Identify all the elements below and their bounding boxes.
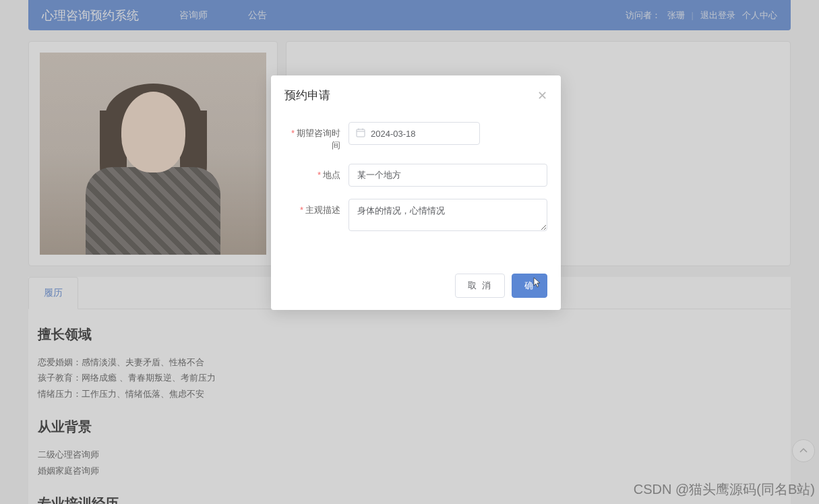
- form-row-location: *地点: [284, 164, 547, 187]
- date-value: 2024-03-18: [371, 129, 416, 139]
- calendar-icon: [356, 128, 365, 139]
- desc-textarea[interactable]: [348, 199, 547, 231]
- date-label: *期望咨询时间: [284, 122, 348, 152]
- location-label: *地点: [284, 164, 348, 181]
- modal-header: 预约申请 ✕: [271, 75, 561, 115]
- modal-footer: 取 消 确: [271, 265, 561, 310]
- cancel-button[interactable]: 取 消: [455, 274, 505, 298]
- close-icon[interactable]: ✕: [537, 88, 547, 103]
- form-row-desc: *主观描述: [284, 199, 547, 233]
- location-input[interactable]: [348, 164, 547, 187]
- appointment-modal: 预约申请 ✕ *期望咨询时间 2024-03-18 *地点 *主观描述: [271, 75, 561, 310]
- modal-body: *期望咨询时间 2024-03-18 *地点 *主观描述: [271, 115, 561, 265]
- svg-rect-0: [357, 129, 365, 137]
- form-row-date: *期望咨询时间 2024-03-18: [284, 122, 547, 152]
- desc-label: *主观描述: [284, 199, 348, 216]
- modal-title: 预约申请: [284, 88, 330, 103]
- date-input[interactable]: 2024-03-18: [348, 122, 480, 145]
- confirm-button[interactable]: 确: [512, 274, 547, 298]
- cursor-icon: [532, 277, 541, 291]
